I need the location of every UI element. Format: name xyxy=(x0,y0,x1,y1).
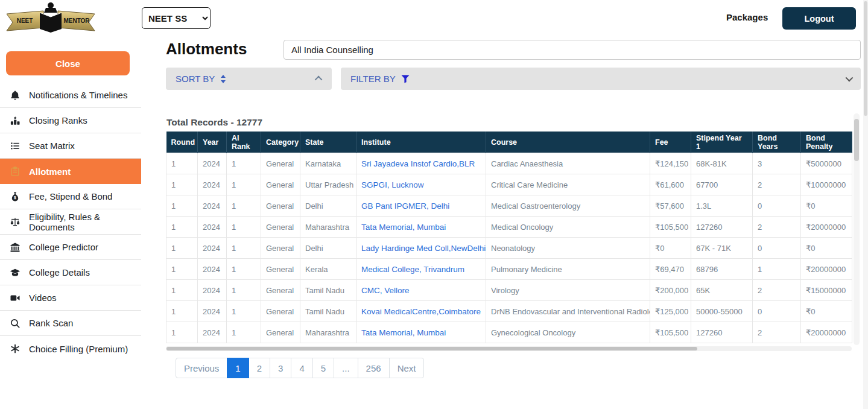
table-cell: Medical Oncology xyxy=(486,217,650,238)
institute-link[interactable]: GB Pant IPGMER, Delhi xyxy=(361,201,449,211)
table-cell: Gynecological Oncology xyxy=(486,322,650,343)
table-body: 120241GeneralKarnatakaSri Jayadeva Insto… xyxy=(166,153,852,343)
table-cell: ₹0 xyxy=(801,301,852,322)
pagination-page-1[interactable]: 1 xyxy=(227,358,249,378)
table-cell: ₹0 xyxy=(801,195,852,217)
table-cell: General xyxy=(261,238,300,259)
sidebar-item-label: Seat Matrix xyxy=(29,141,75,151)
column-header: Year xyxy=(198,132,227,153)
table-cell: 2024 xyxy=(198,217,227,238)
table-cell: Pulmonary Medicine xyxy=(486,259,650,280)
table-horizontal-scrollbar[interactable] xyxy=(166,346,852,351)
table-cell: 1 xyxy=(753,259,801,280)
table-vertical-scrollbar[interactable] xyxy=(854,113,860,345)
institute-link[interactable]: Medical College, Trivandrum xyxy=(361,265,464,274)
table-cell: 67700 xyxy=(691,174,753,195)
bell-icon xyxy=(9,89,21,101)
table-cell: Critical Care Medicine xyxy=(486,174,650,195)
column-header: Bond Years xyxy=(753,132,801,153)
table-cell: ₹15000000 xyxy=(801,280,852,301)
table-cell: Tamil Nadu xyxy=(300,301,356,322)
sidebar-item-eligibility[interactable]: Eligibility, Rules & Documents xyxy=(0,209,141,235)
sidebar-item-seat-matrix[interactable]: Seat Matrix xyxy=(0,133,141,159)
sidebar-item-allotment[interactable]: Allotment xyxy=(0,159,141,184)
v-scrollbar-thumb[interactable] xyxy=(854,119,859,161)
page-scrollbar[interactable] xyxy=(863,0,868,409)
table-cell: DrNB Endovascular and Interventional Rad… xyxy=(486,301,650,322)
table-cell: 67K - 71K xyxy=(691,238,753,259)
pagination-page-4[interactable]: 4 xyxy=(291,358,312,378)
table-cell: ₹105,500 xyxy=(650,322,691,343)
table-cell: 50000-55000 xyxy=(691,301,753,322)
pagination-next[interactable]: Next xyxy=(389,358,425,378)
sidebar-item-rank-scan[interactable]: Rank Scan xyxy=(0,311,141,336)
list-icon xyxy=(9,140,21,151)
sidebar-item-college-details[interactable]: College Details xyxy=(0,260,141,285)
pagination-page-2[interactable]: 2 xyxy=(249,358,270,378)
institute-link[interactable]: CMC, Vellore xyxy=(361,286,410,295)
logout-button[interactable]: Logout xyxy=(782,7,856,30)
table-cell: ₹200,000 xyxy=(650,280,691,301)
institute-link[interactable]: SGPGI, Lucknow xyxy=(361,180,424,189)
sidebar-item-fee-stipend-bond[interactable]: $Fee, Stipend & Bond xyxy=(0,184,141,209)
sidebar-item-closing-ranks[interactable]: Closing Ranks xyxy=(0,108,141,133)
sidebar-item-label: Closing Ranks xyxy=(29,115,87,125)
sidebar-item-notifications[interactable]: Notifications & Timelines xyxy=(0,83,141,108)
table-cell: General xyxy=(261,322,300,343)
table-cell: 1 xyxy=(227,322,261,343)
table-cell: 2024 xyxy=(198,280,227,301)
packages-link[interactable]: Packages xyxy=(726,12,768,22)
table-cell: Uttar Pradesh xyxy=(300,174,356,195)
table-cell: Tamil Nadu xyxy=(300,280,356,301)
pagination-page-256[interactable]: 256 xyxy=(358,358,390,378)
sidebar-item-label: Eligibility, Rules & Documents xyxy=(29,212,141,232)
table-cell: Kerala xyxy=(300,259,356,280)
table-cell: General xyxy=(261,280,300,301)
pagination-page-3[interactable]: 3 xyxy=(270,358,291,378)
table-cell: 1 xyxy=(227,238,261,259)
table-cell: Medical College, Trivandrum xyxy=(356,259,486,280)
table-cell: 0 xyxy=(753,195,801,217)
sidebar-item-label: Videos xyxy=(29,293,57,303)
neet-mentor-logo-icon: NEET MENTOR xyxy=(5,1,97,36)
sidebar-item-label: Fee, Stipend & Bond xyxy=(29,191,112,201)
institute-link[interactable]: Tata Memorial, Mumbai xyxy=(361,328,446,337)
sidebar-item-choice-filling[interactable]: Choice Filling (Premium) xyxy=(0,336,141,361)
table-cell: GB Pant IPGMER, Delhi xyxy=(356,195,486,217)
table-cell: 3 xyxy=(753,153,801,174)
table-cell: ₹124,150 xyxy=(650,153,691,174)
sidebar-item-label: Rank Scan xyxy=(29,318,73,328)
h-scrollbar-thumb[interactable] xyxy=(166,347,697,350)
institute-link[interactable]: Kovai MedicalCentre,Coimbatore xyxy=(361,307,481,316)
table-cell: ₹57,600 xyxy=(650,195,691,217)
table-cell: ₹20000000 xyxy=(801,322,852,343)
table-cell: Sri Jayadeva Instof Cardio,BLR xyxy=(356,153,486,174)
table-row: 120241GeneralDelhiGB Pant IPGMER, DelhiM… xyxy=(166,195,852,217)
table-cell: CMC, Vellore xyxy=(356,280,486,301)
sort-by-bar[interactable]: SORT BY xyxy=(166,68,332,90)
pagination-page-...[interactable]: ... xyxy=(334,358,358,378)
total-records: Total Records - 12777 xyxy=(166,117,262,128)
search-icon xyxy=(9,317,21,329)
close-button[interactable]: Close xyxy=(6,51,130,75)
table-cell: Tata Memorial, Mumbai xyxy=(356,217,486,238)
table-cell: ₹69,470 xyxy=(650,259,691,280)
exam-select[interactable]: NEET SS xyxy=(142,7,211,29)
sidebar-item-videos[interactable]: Videos xyxy=(0,285,141,311)
sidebar-item-label: College Predictor xyxy=(29,242,98,252)
filter-by-bar[interactable]: FILTER BY xyxy=(341,68,861,90)
pagination-previous[interactable]: Previous xyxy=(176,358,227,378)
table-row: 120241GeneralMaharashtraTata Memorial, M… xyxy=(166,217,852,238)
sidebar-item-college-predictor[interactable]: College Predictor xyxy=(0,235,141,260)
pagination-page-5[interactable]: 5 xyxy=(312,358,334,378)
institute-link[interactable]: Lady Hardinge Med Coll,NewDelhi xyxy=(361,244,486,253)
sidebar-item-label: College Details xyxy=(29,267,90,277)
table-cell: ₹125,000 xyxy=(650,301,691,322)
clipboard-icon xyxy=(9,166,21,177)
institute-link[interactable]: Tata Memorial, Mumbai xyxy=(361,223,446,232)
institute-link[interactable]: Sri Jayadeva Instof Cardio,BLR xyxy=(361,159,475,168)
search-input[interactable] xyxy=(284,40,861,60)
table-row: 120241GeneralTamil NaduKovai MedicalCent… xyxy=(166,301,852,322)
page-scrollbar-thumb[interactable] xyxy=(864,1,867,116)
scales-icon xyxy=(9,216,21,227)
